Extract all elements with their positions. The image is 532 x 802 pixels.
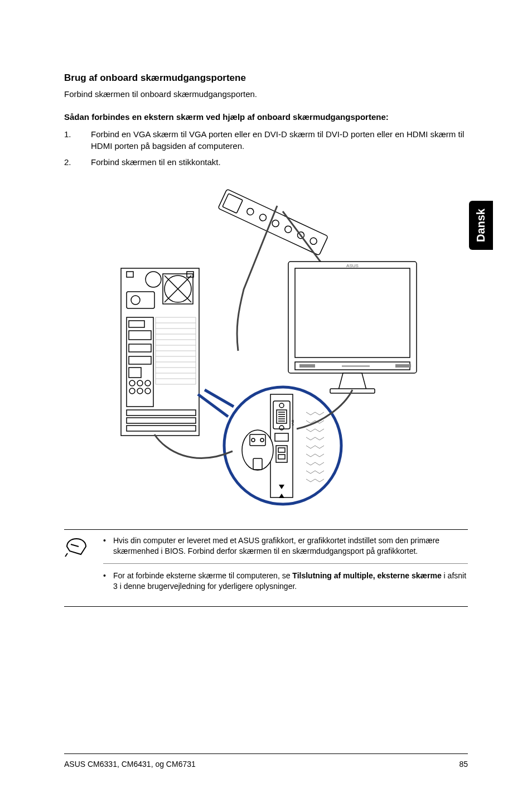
footer-product: ASUS CM6331, CM6431, og CM6731 (64, 760, 196, 769)
step-text: Forbind en VGA skærm til VGA porten elle… (91, 128, 468, 152)
svg-rect-72 (253, 458, 262, 470)
notes-box: • Hvis din computer er leveret med et AS… (64, 529, 468, 607)
svg-rect-73 (275, 433, 288, 441)
bullet: • (103, 535, 113, 557)
section-heading: Brug af onboard skærmudgangsportene (64, 73, 468, 84)
step-item: 2. Forbind skærmen til en stikkontakt. (64, 156, 468, 168)
note-item: • For at forbinde eksterne skærme til co… (103, 571, 468, 592)
svg-rect-50 (299, 364, 315, 368)
svg-line-55 (198, 394, 228, 417)
page-footer: ASUS CM6331, CM6431, og CM6731 85 (64, 753, 468, 769)
svg-rect-51 (395, 364, 411, 368)
note-item: • Hvis din computer er leveret med et AS… (103, 535, 468, 557)
step-number: 2. (64, 156, 91, 168)
svg-rect-46 (295, 268, 410, 357)
note-text: For at forbinde eksterne skærme til comp… (113, 571, 468, 592)
notes-list: • Hvis din computer er leveret med et AS… (103, 535, 468, 598)
svg-rect-0 (218, 189, 328, 255)
note-text: Hvis din computer er leveret med et ASUS… (113, 535, 468, 557)
svg-text:ASUS: ASUS (346, 263, 359, 268)
language-tab: Dansk (469, 201, 493, 250)
page-content: Brug af onboard skærmudgangsportene Forb… (0, 0, 532, 607)
note-icon (64, 535, 92, 598)
subheading: Sådan forbindes en ekstern skærm ved hjæ… (64, 112, 468, 122)
svg-text:DVI: DVI (291, 420, 294, 426)
step-number: 1. (64, 128, 91, 152)
step-text: Forbind skærmen til en stikkontakt. (91, 156, 468, 168)
svg-rect-69 (250, 434, 265, 446)
page-number: 85 (459, 760, 468, 769)
bullet: • (103, 571, 113, 592)
intro-text: Forbind skærmen til onboard skærmudgangs… (64, 89, 468, 99)
step-item: 1. Forbind en VGA skærm til VGA porten e… (64, 128, 468, 152)
connection-diagram: ASUS DVI (110, 183, 422, 507)
svg-rect-52 (342, 365, 370, 367)
